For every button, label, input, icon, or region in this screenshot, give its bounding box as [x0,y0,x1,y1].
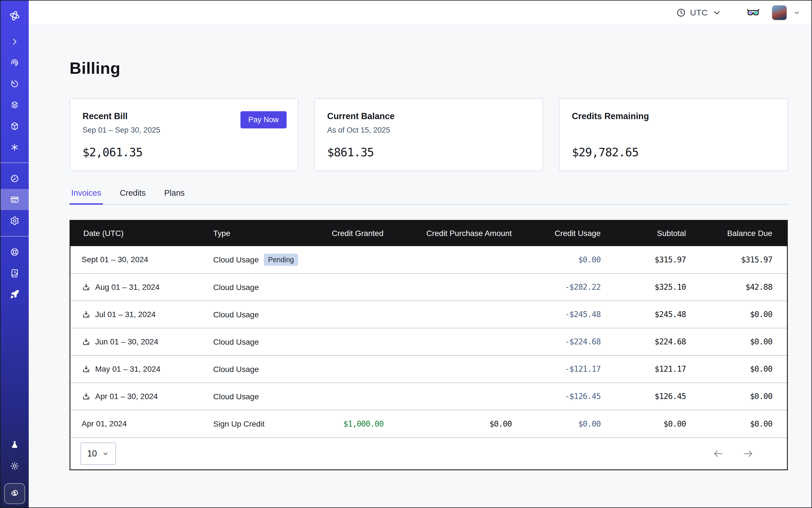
cell-date: Jun 01 – 30, 2024 [71,328,211,355]
cell-balance-due: $0.00 [686,383,787,410]
column-header-credit-purchase-amount: Credit Purchase Amount [383,221,512,246]
cell-balance-due: $0.00 [686,410,787,437]
spiral-icon [10,58,19,68]
cell-credit-purchase-amount [383,383,512,410]
timezone-picker[interactable]: UTC [676,8,722,18]
sidebar-divider [1,163,29,163]
summary-cards: Recent Bill Sep 01 – Sep 30, 2025 $2,061… [70,98,788,171]
sidebar-item-rocket[interactable] [1,284,29,305]
table-row: Apr 01, 2024Sign Up Credit$1,000.00$0.00… [71,410,787,437]
cell-balance-due: $42.88 [686,273,787,301]
download-invoice-button[interactable] [82,283,91,292]
invoice-type: Cloud Usage [213,255,259,264]
invoice-date: Jul 01 – 31, 2024 [95,310,156,319]
table-pagination: 10 [71,437,787,469]
sidebar-credits-button[interactable] [4,483,25,504]
sidebar-item-gear[interactable] [1,210,29,231]
cell-subtotal: $121.17 [601,355,686,383]
page-size-select[interactable]: 10 [81,442,116,465]
cell-balance-due: $315.97 [686,246,787,273]
dollar-badge-icon [10,489,19,499]
cell-credit-purchase-amount [383,301,512,328]
cell-credit-granted [326,328,384,355]
cell-balance-due: $0.00 [686,328,787,355]
download-invoice-button[interactable] [82,392,91,401]
sidebar [1,1,29,507]
column-header-credit-usage: Credit Usage [512,221,601,246]
column-header-date-utc-: Date (UTC) [71,221,211,246]
app-logo[interactable] [1,1,29,31]
sidebar-spacer [1,305,29,434]
next-page-button[interactable] [742,448,754,459]
sidebar-item-credit-card[interactable] [1,189,29,210]
content: Billing Recent Bill Sep 01 – Sep 30, 202… [29,25,811,507]
sidebar-item-life-buoy[interactable] [1,241,29,262]
sidebar-item-book-sparkle[interactable] [1,262,29,284]
chevron-right-icon [10,37,19,46]
cell-credit-purchase-amount [383,328,512,355]
sidebar-item-history-clock[interactable] [1,73,29,94]
download-invoice-button[interactable] [82,337,91,346]
column-header-subtotal: Subtotal [601,221,686,246]
column-header-balance-due: Balance Due [686,221,787,246]
cell-credit-purchase-amount [383,273,512,301]
cell-credit-granted [326,273,384,301]
view-mode-button[interactable] [747,6,760,19]
invoices-table: Date (UTC)TypeCredit GrantedCredit Purch… [70,220,788,470]
cell-credit-usage: -$121.17 [512,355,601,383]
sidebar-item-layers[interactable] [1,94,29,116]
sun-icon [10,461,19,471]
table-row: Apr 01 – 30, 2024Cloud Usage-$126.45$126… [71,383,787,410]
credits-remaining-card: Credits Remaining $29,782.65 [559,98,788,171]
sidebar-item-gauge[interactable] [1,168,29,189]
invoice-type: Sign Up Credit [213,420,264,428]
card-subtitle [572,126,775,135]
download-invoice-button[interactable] [82,310,91,319]
invoice-date: Jun 01 – 30, 2024 [95,337,158,346]
sidebar-item-flask[interactable] [10,434,19,455]
status-badge: Pending [264,254,298,266]
tab-invoices[interactable]: Invoices [70,187,103,205]
table-row: Sept 01 – 30, 2024Cloud UsagePending$0.0… [71,246,787,273]
chevron-down-icon [102,450,109,457]
download-invoice-button[interactable] [82,365,91,374]
download-icon [82,392,91,401]
topbar: UTC [29,1,811,25]
user-menu-button[interactable] [793,9,801,16]
cell-subtotal: $0.00 [601,410,686,437]
sidebar-item-spiral[interactable] [1,52,29,73]
invoice-type: Cloud Usage [213,310,259,319]
cell-credit-usage: -$126.45 [512,383,601,410]
tab-plans[interactable]: Plans [163,187,186,205]
pay-now-button[interactable]: Pay Now [241,111,287,128]
cell-subtotal: $325.10 [601,273,686,301]
download-icon [82,310,91,319]
avatar[interactable] [772,5,787,20]
main-area: UTC Billing Recent Bill Sep 01 – Sep 30,… [29,1,811,507]
sidebar-item-asterisk[interactable] [1,136,29,158]
current-balance-card: Current Balance As of Oct 15, 2025 $861.… [314,98,543,171]
invoice-date: May 01 – 31, 2024 [95,365,161,374]
cell-type: Cloud Usage [211,301,326,328]
cell-credit-granted: $1,000.00 [326,410,384,437]
flask-icon [10,440,19,450]
table-row: Jun 01 – 30, 2024Cloud Usage-$224.68$224… [71,328,787,355]
book-sparkle-icon [10,268,19,278]
cell-credit-granted [326,246,384,273]
card-title: Current Balance [327,111,530,121]
sidebar-item-chevron-right[interactable] [1,31,29,52]
cell-date: Jul 01 – 31, 2024 [71,301,211,328]
orbit-logo-icon [9,10,20,22]
page-title: Billing [70,58,788,77]
previous-page-button[interactable] [713,448,724,459]
sidebar-item-sun[interactable] [10,455,19,476]
credit-card-icon [10,195,19,204]
sidebar-item-cube[interactable] [1,116,29,136]
cube-icon [10,121,19,131]
app-window: UTC Billing Recent Bill Sep 01 – Sep 30,… [0,0,812,508]
cell-credit-usage: $0.00 [512,246,601,273]
cell-date: Apr 01, 2024 [71,410,211,437]
clock-icon [676,8,686,18]
tab-credits[interactable]: Credits [118,187,147,205]
cell-credit-usage: -$224.68 [512,328,601,355]
